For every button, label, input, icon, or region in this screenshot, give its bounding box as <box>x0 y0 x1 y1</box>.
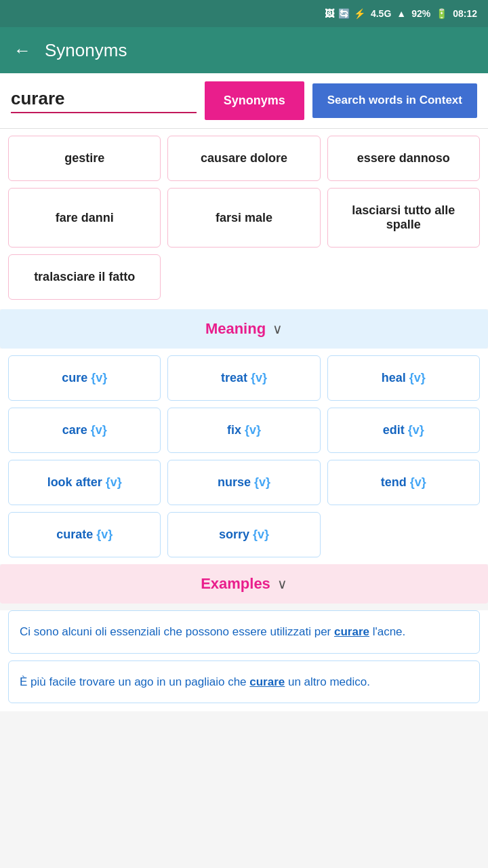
example-card-1[interactable]: Ci sono alcuni oli essenziali che posson… <box>8 610 480 654</box>
meaning-section: cure {v} treat {v} heal {v} care {v} fix… <box>0 349 488 564</box>
meaning-card-tend[interactable]: tend {v} <box>327 460 480 505</box>
back-button[interactable]: ← <box>14 40 31 61</box>
examples-section: Ci sono alcuni oli essenziali che posson… <box>0 610 488 711</box>
image-icon: 🖼 <box>325 8 334 19</box>
synonym-card-lasciarsi[interactable]: lasciarsi tutto alle spalle <box>327 188 480 248</box>
examples-label: Examples <box>201 575 270 593</box>
time-display: 08:12 <box>453 8 477 19</box>
meaning-label: Meaning <box>205 320 266 338</box>
synonyms-button[interactable]: Synonyms <box>205 81 304 120</box>
synonym-card-causare-dolore[interactable]: causare dolore <box>167 136 320 181</box>
meaning-card-heal[interactable]: heal {v} <box>327 355 480 401</box>
sync-icon: 🔄 <box>338 8 350 19</box>
bolt-icon: ⚡ <box>354 8 365 19</box>
example-card-2[interactable]: È più facile trovare un ago in un paglia… <box>8 660 480 704</box>
search-input-wrapper <box>11 88 197 113</box>
meaning-grid: cure {v} treat {v} heal {v} care {v} fix… <box>8 349 480 557</box>
synonym-card-tralasciare[interactable]: tralasciare il fatto <box>8 254 161 300</box>
synonym-card-farsi-male[interactable]: farsi male <box>167 188 320 248</box>
network-type: 4.5G <box>371 8 391 19</box>
search-context-button[interactable]: Search words in Context <box>312 83 477 117</box>
meaning-card-sorry[interactable]: sorry {v} <box>167 512 320 557</box>
status-bar: 🖼 🔄 ⚡ 4.5G ▲ 92% 🔋 08:12 <box>0 0 488 27</box>
synonym-card-essere-dannoso[interactable]: essere dannoso <box>327 136 480 181</box>
meaning-card-nurse[interactable]: nurse {v} <box>167 460 320 505</box>
meaning-card-edit[interactable]: edit {v} <box>327 408 480 453</box>
example-text-1: Ci sono alcuni oli essenziali che posson… <box>20 623 468 641</box>
meaning-card-treat[interactable]: treat {v} <box>167 355 320 401</box>
meaning-card-look-after[interactable]: look after {v} <box>8 460 161 505</box>
example-text-2: È più facile trovare un ago in un paglia… <box>20 673 468 691</box>
meaning-card-curate[interactable]: curate {v} <box>8 512 161 557</box>
meaning-card-cure[interactable]: cure {v} <box>8 355 161 401</box>
meaning-chevron: ∨ <box>272 321 283 337</box>
meaning-section-header[interactable]: Meaning ∨ <box>0 309 488 349</box>
battery-icon: 🔋 <box>436 8 447 19</box>
meaning-card-care[interactable]: care {v} <box>8 408 161 453</box>
app-title: Synonyms <box>45 40 127 61</box>
app-bar: ← Synonyms <box>0 27 488 73</box>
synonyms-section: gestire causare dolore essere dannoso fa… <box>0 129 488 309</box>
meaning-card-fix[interactable]: fix {v} <box>167 408 320 453</box>
signal-icon: ▲ <box>396 8 406 19</box>
examples-section-header[interactable]: Examples ∨ <box>0 564 488 604</box>
synonym-grid: gestire causare dolore essere dannoso fa… <box>8 136 480 300</box>
search-input[interactable] <box>11 88 197 113</box>
examples-chevron: ∨ <box>277 576 287 592</box>
synonym-card-gestire[interactable]: gestire <box>8 136 161 181</box>
battery-level: 92% <box>411 8 430 19</box>
search-row: Synonyms Search words in Context <box>0 73 488 129</box>
status-icons: 🖼 🔄 ⚡ <box>325 8 365 19</box>
synonym-card-fare-danni[interactable]: fare danni <box>8 188 161 248</box>
